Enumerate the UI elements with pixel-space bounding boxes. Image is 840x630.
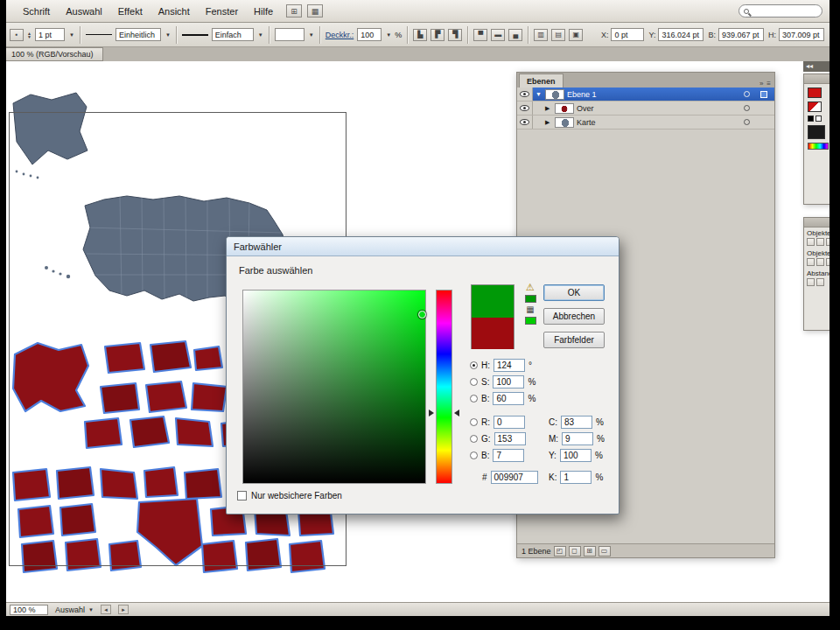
status-flyout-icon[interactable]: ▼ xyxy=(88,607,94,612)
distribute-icon[interactable] xyxy=(807,258,815,266)
g-field[interactable]: 153 xyxy=(494,432,526,445)
ok-button[interactable]: OK xyxy=(543,284,605,301)
current-color-swatch[interactable] xyxy=(472,318,514,349)
color-panel-header[interactable] xyxy=(804,74,830,84)
cancel-button[interactable]: Abbrechen xyxy=(543,308,605,325)
r-radio[interactable] xyxy=(470,418,478,426)
visibility-eye-icon[interactable] xyxy=(520,105,529,111)
menu-hilfe[interactable]: Hilfe xyxy=(246,3,281,20)
websafe-chip[interactable] xyxy=(525,317,536,325)
new-sublayer-icon[interactable]: ◻ xyxy=(569,546,581,556)
distribute-icon[interactable] xyxy=(816,258,824,266)
align-bottom-icon[interactable]: ▄ xyxy=(508,29,522,41)
g-radio[interactable] xyxy=(470,435,478,443)
align-right-icon[interactable]: ▜ xyxy=(448,29,462,41)
search-box[interactable] xyxy=(738,4,822,18)
b-radio[interactable] xyxy=(470,395,478,402)
color-spectrum-swatch[interactable] xyxy=(808,125,825,139)
stroke-weight-field[interactable]: 1 pt xyxy=(35,28,65,41)
layer-row-over[interactable]: ▶ Over xyxy=(517,102,774,116)
color-field-marker[interactable] xyxy=(418,311,426,318)
layer-name[interactable]: Karte xyxy=(577,118,596,127)
target-circle-icon[interactable] xyxy=(744,105,750,111)
swatches-button[interactable]: Farbfelder xyxy=(543,332,605,348)
width-profile-dropdown[interactable]: Einheitlich xyxy=(116,28,161,41)
target-circle-icon[interactable] xyxy=(744,91,750,97)
k-field[interactable]: 1 xyxy=(560,471,592,484)
menu-effekt[interactable]: Effekt xyxy=(110,3,150,20)
h-radio[interactable] xyxy=(470,361,478,369)
stroke-weight-dropdown-icon[interactable]: ▼ xyxy=(69,32,74,38)
stroke-swatch[interactable] xyxy=(808,102,822,112)
style-dropdown-icon[interactable]: ▼ xyxy=(309,32,314,38)
saturation-brightness-field[interactable] xyxy=(242,290,426,484)
h-field[interactable]: 124 xyxy=(494,359,525,372)
trash-icon[interactable]: ▭ xyxy=(598,546,611,556)
spacing-icon[interactable] xyxy=(807,278,815,286)
hue-slider-left-arrow[interactable] xyxy=(429,410,434,416)
white-swatch[interactable] xyxy=(816,116,822,122)
panel-collapse-icon[interactable]: » xyxy=(760,80,763,88)
b2-field[interactable]: 7 xyxy=(493,449,524,462)
websafe-checkbox[interactable] xyxy=(237,491,247,500)
tab-ebenen[interactable]: Ebenen xyxy=(519,74,564,88)
menu-schrift[interactable]: Schrift xyxy=(15,3,58,20)
visibility-eye-icon[interactable] xyxy=(520,91,529,97)
width-field[interactable]: 939.067 pt xyxy=(718,28,764,41)
prev-arrow-icon[interactable]: ◂ xyxy=(101,605,111,614)
align-icon[interactable] xyxy=(816,238,824,246)
distribute-v-icon[interactable]: ▤ xyxy=(551,29,565,41)
expand-icon[interactable]: ▶ xyxy=(545,119,552,126)
align-icon[interactable] xyxy=(807,238,815,246)
dialog-titlebar[interactable]: Farbwähler xyxy=(227,237,619,256)
zoom-field[interactable]: 100 % xyxy=(10,605,48,615)
b2-radio[interactable] xyxy=(470,452,478,459)
menu-auswahl[interactable]: Auswahl xyxy=(58,3,110,20)
profile-dropdown-icon[interactable]: ▼ xyxy=(165,32,171,38)
distribute-h-icon[interactable]: ▥ xyxy=(534,29,548,41)
y-field[interactable]: 316.024 pt xyxy=(658,28,704,41)
align-top-icon[interactable]: ▀ xyxy=(473,29,487,41)
layer-row-ebene1[interactable]: ▼ Ebene 1 xyxy=(517,88,774,102)
spacing-icon[interactable] xyxy=(816,278,824,286)
next-arrow-icon[interactable]: ▸ xyxy=(118,605,129,614)
y-field[interactable]: 100 xyxy=(560,449,592,462)
align-middle-icon[interactable]: ▬ xyxy=(491,29,505,41)
layer-name[interactable]: Ebene 1 xyxy=(567,90,597,99)
s-radio[interactable] xyxy=(470,378,478,386)
make-mask-icon[interactable]: ◰ xyxy=(554,546,566,556)
s-field[interactable]: 100 xyxy=(493,375,524,388)
target-circle-icon[interactable] xyxy=(744,119,750,125)
fill-swatch[interactable] xyxy=(808,88,822,98)
m-field[interactable]: 9 xyxy=(562,432,593,445)
document-tab[interactable]: 100 % (RGB/Vorschau) xyxy=(6,47,103,61)
dock-collapse-icon[interactable]: ◂◂ xyxy=(803,61,830,72)
opacity-dropdown-icon[interactable]: ▼ xyxy=(386,32,391,38)
layer-name[interactable]: Over xyxy=(577,104,594,113)
r-field[interactable]: 0 xyxy=(494,416,525,429)
expand-icon[interactable]: ▼ xyxy=(536,91,542,97)
opacity-field[interactable]: 100 xyxy=(357,28,382,41)
panel-flyout-icon[interactable]: ≡ xyxy=(766,80,771,88)
menu-ansicht[interactable]: Ansicht xyxy=(150,3,198,20)
b-field[interactable]: 60 xyxy=(493,392,524,405)
menu-fenster[interactable]: Fenster xyxy=(198,3,246,20)
bridge-icon[interactable]: ⊞ xyxy=(286,4,302,18)
expand-icon[interactable]: ▶ xyxy=(545,105,552,112)
brush-dropdown[interactable]: Einfach xyxy=(212,28,254,41)
height-field[interactable]: 307.009 pt xyxy=(779,28,824,41)
canvas-area[interactable]: Ebenen » ≡ ▼ Ebene 1 ▶ xyxy=(6,61,830,602)
stroke-weight-stepper[interactable]: ▲▼ xyxy=(27,32,32,38)
distribute-icon[interactable] xyxy=(826,258,830,266)
align-center-icon[interactable]: ▛ xyxy=(430,29,444,41)
x-field[interactable]: 0 pt xyxy=(611,28,644,41)
style-dropdown[interactable] xyxy=(275,28,304,41)
search-input[interactable] xyxy=(752,7,813,16)
hex-field[interactable]: 009907 xyxy=(491,471,538,484)
transform-icon[interactable]: ▣ xyxy=(569,29,583,41)
brush-dropdown-icon[interactable]: ▼ xyxy=(258,32,263,38)
align-icon[interactable] xyxy=(826,238,830,246)
c-field[interactable]: 83 xyxy=(561,416,592,429)
visibility-eye-icon[interactable] xyxy=(520,119,529,125)
align-panel-header[interactable] xyxy=(804,218,830,228)
